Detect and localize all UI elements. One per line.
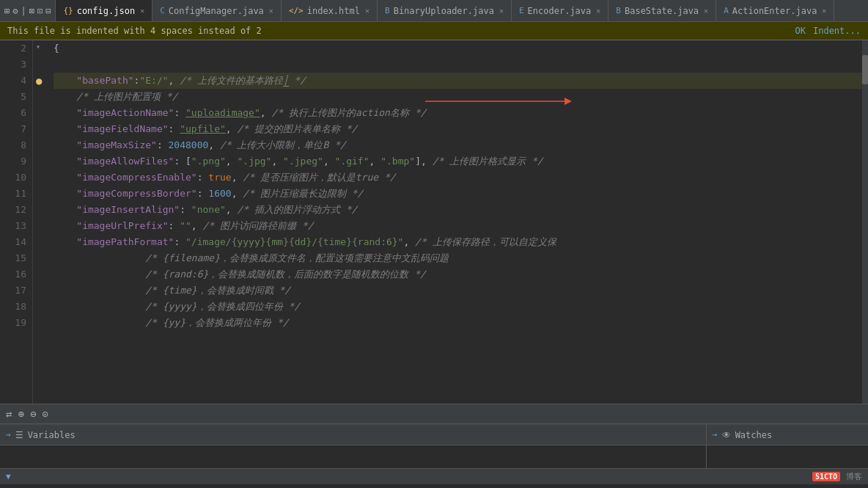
indent-warning-ok[interactable]: OK — [795, 26, 806, 36]
code-comment-17: /* {time}，会替换成时间戳 */ — [145, 283, 290, 299]
code-comment-5: /* 上传图片配置项 */ — [76, 89, 177, 105]
status-bar-right: 51CTO 博客 — [812, 471, 862, 482]
code-key-imagecompressborder: "imageCompressBorder" — [76, 186, 196, 202]
line-num-10: 10 — [0, 170, 26, 186]
code-key-imagepathformat: "imagePathFormat" — [76, 234, 174, 250]
code-comment-4: /* 上传文件的基本路径│ */ — [174, 73, 306, 89]
java-file-icon-5: A — [724, 6, 729, 15]
watches-panel: → 👁 Watches — [707, 425, 868, 468]
tab-basestate-java[interactable]: B BaseState.java ✕ — [608, 0, 716, 21]
tab-configmanager-java[interactable]: C ConfigManager.java ✕ — [152, 0, 282, 21]
fold-icon-2[interactable]: ▾ — [36, 43, 40, 51]
tab-encoder-java[interactable]: E Encoder.java ✕ — [512, 0, 608, 21]
code-indent-11 — [54, 186, 76, 202]
code-key-basepath: "basePath" — [76, 73, 133, 89]
filter-icon[interactable]: ▼ — [6, 472, 11, 481]
icon-grid[interactable]: ⊞ — [4, 6, 10, 16]
tab-binary-close[interactable]: ✕ — [499, 7, 504, 15]
tab-index-html[interactable]: </> index.html ✕ — [282, 0, 378, 21]
code-val-none: "none" — [191, 202, 226, 218]
code-indent-8 — [54, 137, 76, 153]
code-val-pathformat: "/image/{yyyy}{mm}{dd}/{time}{rand:6}" — [185, 234, 403, 250]
code-line-14: "imagePathFormat": "/image/{yyyy}{mm}{dd… — [54, 234, 862, 250]
code-comment-7: /* 提交的图片表单名称 */ — [237, 121, 357, 137]
tab-actionenter-java[interactable]: A ActionEnter.java ✕ — [716, 0, 834, 21]
code-line-18: /* {yyyy}，会替换成四位年份 */ — [54, 299, 862, 315]
code-comment-10: /* 是否压缩图片，默认是true */ — [243, 170, 395, 186]
debug-icon-step-out[interactable]: ⊖ — [30, 408, 36, 420]
tab-configmanager-close[interactable]: ✕ — [269, 7, 273, 15]
watches-content — [707, 445, 868, 468]
java-file-icon-2: B — [385, 6, 390, 15]
code-comment-8: /* 上传大小限制，单位B */ — [220, 137, 346, 153]
code-indent-16 — [54, 266, 145, 283]
code-key-imagemaxsize: "imageMaxSize" — [76, 137, 157, 153]
indent-warning-bar: This file is indented with 4 spaces inst… — [0, 22, 868, 40]
code-val-upfile: "upfile" — [180, 121, 226, 137]
code-line-15: /* {filename}，会替换成原文件名，配置这项需要注意中文乱码问题 — [54, 250, 862, 266]
code-key-imagecompressenable: "imageCompressEnable" — [76, 170, 196, 186]
code-comment-15: /* {filename}，会替换成原文件名，配置这项需要注意中文乱码问题 — [145, 250, 449, 266]
json-file-icon: {} — [63, 6, 73, 15]
tab-index-html-label: index.html — [307, 6, 360, 16]
code-comment-16: /* {rand:6}，会替换成随机数，后面的数字是随机数的位数 */ — [145, 266, 426, 283]
line-numbers: 2 3 4 5 6 7 8 9 10 11 12 13 14 15 16 17 … — [0, 40, 33, 404]
line-num-8: 8 — [0, 137, 26, 153]
code-line-5: /* 上传图片配置项 */ — [54, 89, 862, 105]
code-comment-19: /* {yy}，会替换成两位年份 */ — [145, 315, 288, 331]
code-line-6: "imageActionName": "uploadimage", /* 执行上… — [54, 105, 862, 121]
debug-icon-step-into[interactable]: ⊕ — [18, 408, 23, 420]
watches-label: Watches — [735, 430, 773, 440]
code-val-true: true — [208, 170, 231, 186]
variables-label: Variables — [28, 430, 76, 440]
indent-warning-actions: OK Indent... — [795, 26, 861, 36]
tab-binary-uploader-label: BinaryUploader.java — [394, 6, 494, 16]
line-num-18: 18 — [0, 299, 26, 315]
tab-binary-uploader[interactable]: B BinaryUploader.java ✕ — [378, 0, 512, 21]
tab-config-json[interactable]: {} config.json ✕ — [56, 0, 152, 21]
line-num-13: 13 — [0, 218, 26, 234]
code-indent-13 — [54, 218, 76, 234]
line-num-9: 9 — [0, 153, 26, 170]
code-line-17: /* {time}，会替换成时间戳 */ — [54, 283, 862, 299]
icon-minus[interactable]: ⊟ — [45, 6, 51, 16]
debug-icon-resume[interactable]: ⊙ — [42, 408, 48, 420]
icon-divider: | — [21, 6, 26, 16]
tab-encoder-close[interactable]: ✕ — [596, 7, 600, 15]
code-indent-9 — [54, 153, 76, 170]
code-line-13: "imageUrlPrefix": "", /* 图片访问路径前缀 */ — [54, 218, 862, 234]
icon-settings[interactable]: ⚙ — [12, 6, 18, 16]
line-num-16: 16 — [0, 266, 26, 283]
code-line-9: "imageAllowFiles": [".png", ".jpg", ".jp… — [54, 153, 862, 170]
icon-expand[interactable]: ⊡ — [37, 6, 43, 16]
tab-config-json-close[interactable]: ✕ — [140, 7, 144, 15]
code-line-3 — [54, 57, 862, 73]
code-indent-12 — [54, 202, 76, 218]
tab-bar-icons: ⊞ ⚙ | ⊠ ⊡ ⊟ — [0, 0, 56, 21]
code-line-12: "imageInsertAlign": "none", /* 插入的图片浮动方式… — [54, 202, 862, 218]
code-indent-17 — [54, 283, 145, 299]
icon-collapse[interactable]: ⊠ — [29, 6, 34, 16]
line-num-15: 15 — [0, 250, 26, 266]
tab-basestate-label: BaseState.java — [625, 6, 699, 16]
editor-scrollbar-thumb[interactable] — [862, 55, 868, 84]
code-indent-10 — [54, 170, 76, 186]
editor-scrollbar[interactable] — [862, 40, 868, 404]
debug-icon-step-over[interactable]: ⇄ — [6, 408, 12, 420]
watermark-logo: 51CTO — [812, 472, 840, 481]
tab-basestate-close[interactable]: ✕ — [704, 7, 708, 15]
code-val-empty: "" — [180, 218, 191, 234]
code-line-11: "imageCompressBorder": 1600, /* 图片压缩最长边限… — [54, 186, 862, 202]
indent-warning-message: This file is indented with 4 spaces inst… — [7, 26, 262, 36]
variables-panel: → ☰ Variables — [0, 425, 707, 468]
tab-encoder-label: Encoder.java — [528, 6, 592, 16]
code-comment-6: /* 执行上传图片的action名称 */ — [271, 105, 426, 121]
tab-actionenter-close[interactable]: ✕ — [822, 7, 826, 15]
code-comment-13: /* 图片访问路径前缀 */ — [203, 218, 314, 234]
tab-index-html-close[interactable]: ✕ — [365, 7, 369, 15]
indent-warning-indent[interactable]: Indent... — [813, 26, 861, 36]
code-editor[interactable]: { "basePath":"E:/", /* 上传文件的基本路径│ */ /* … — [49, 40, 862, 404]
java-file-icon-4: B — [616, 6, 621, 15]
debug-toolbar: ⇄ ⊕ ⊖ ⊙ — [0, 404, 868, 424]
code-line-4: "basePath":"E:/", /* 上传文件的基本路径│ */ — [54, 73, 862, 89]
